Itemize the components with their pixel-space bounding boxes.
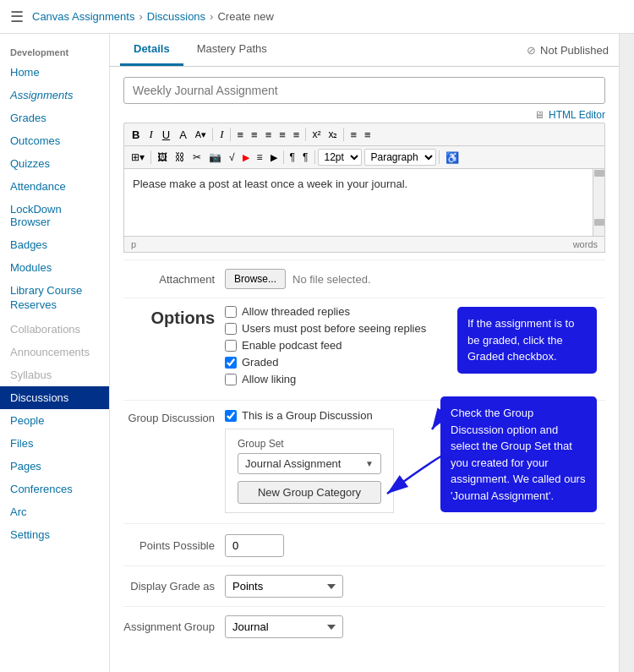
sidebar-item-conferences[interactable]: Conferences [0,478,109,500]
not-published-icon: ⊘ [527,44,536,57]
html-editor-btn[interactable]: HTML Editor [549,109,605,121]
tb-italic[interactable]: I [145,126,156,143]
group-set-label: Group Set [238,438,381,450]
checkbox-must-post-label: Users must post before seeing replies [242,322,426,335]
hamburger-icon[interactable]: ☰ [10,8,24,26]
group-discussion-checkbox[interactable] [225,410,237,422]
sidebar-item-quizzes[interactable]: Quizzes [0,152,109,175]
scroll-thumb-down [594,219,604,226]
sidebar-item-syllabus: Syllabus [0,363,109,386]
checkbox-podcast-input[interactable] [225,340,237,352]
tb-image[interactable]: 🖼 [154,150,171,165]
font-size-select[interactable]: 12pt10pt14pt18pt [318,149,362,166]
toolbar-row2: ⊞▾ 🖼 ⛓ ✂ 📷 √ ▶ ≡ ▶ ¶ ¶ 12pt10pt14pt18pt … [123,146,605,169]
tb-bold[interactable]: B [128,127,144,143]
tb-scissors[interactable]: ✂ [189,150,205,165]
callout2-text: Check the Group Discussion option and se… [451,407,585,502]
checkbox-threaded-label: Allow threaded replies [242,305,350,318]
tb-sep4 [343,128,344,141]
tb-link[interactable]: ⛓ [172,150,189,165]
tb-sep3 [305,128,306,141]
tb-para2[interactable]: ¶ [299,150,311,165]
assignment-group-label: Assignment Group [123,620,225,633]
tb-embed[interactable]: ≡ [254,150,266,165]
sidebar: Development Home Assignments Grades Outc… [0,34,110,672]
checkbox-graded-label: Graded [242,356,278,369]
display-grade-select[interactable]: Points Percentage Letter Grade GPA Scale… [225,575,343,598]
options-title: Options [150,309,215,327]
sidebar-item-people[interactable]: People [0,409,109,432]
tb-youtube[interactable]: ▶ [239,150,253,165]
sidebar-item-outcomes[interactable]: Outcomes [0,129,109,152]
tb-align-indent[interactable]: ≡ [290,127,303,143]
tb-italic2[interactable]: I [216,126,227,143]
group-discussion-row: Group Discussion This is a Group Discuss… [123,400,605,513]
assignment-group-select[interactable]: Journal Assignments Discussions [225,615,343,638]
paragraph-select[interactable]: ParagraphHeading 1Heading 2 [364,149,436,166]
tb-list-ul[interactable]: ≡ [347,127,360,143]
sidebar-item-assignments[interactable]: Assignments [0,84,109,107]
tb-align-left[interactable]: ≡ [233,127,247,143]
display-grade-label: Display Grade as [123,580,225,593]
checkbox-graded-input[interactable] [225,357,237,369]
group-set-select[interactable]: Journal Assignment ▼ [238,453,381,474]
sidebar-item-library[interactable]: Library Course Reserves [0,279,109,318]
word-count: words [573,239,598,249]
scroll-thumb-up [594,170,604,177]
tab-details[interactable]: Details [120,34,183,66]
tb-font-color-arrow[interactable]: A▾ [192,128,210,142]
tb-para[interactable]: ¶ [287,150,298,165]
breadcrumb-discussions[interactable]: Discussions [147,10,205,23]
sidebar-item-files[interactable]: Files [0,432,109,455]
tb-underline[interactable]: U [158,127,174,143]
checkbox-liking-input[interactable] [225,374,237,385]
sidebar-item-lockdown[interactable]: LockDown Browser [0,198,109,233]
attachment-label: Attachment [123,273,225,286]
tb-math[interactable]: √ [226,150,238,165]
group-set-value: Journal Assignment [245,457,341,470]
editor-bottom-bar: p words [123,237,605,253]
sidebar-item-settings[interactable]: Settings [0,523,109,546]
checkbox-must-post-input[interactable] [225,323,237,335]
no-file-label: No file selected. [292,273,371,286]
tb-table[interactable]: ⊞▾ [128,150,148,165]
breadcrumb-sep1: › [139,10,142,23]
tb-media[interactable]: ▶ [267,150,281,165]
editor-header: 🖥 HTML Editor [123,109,605,121]
editor-outer: Please make a post at least once a week … [123,169,605,237]
checkbox-threaded-input[interactable] [225,306,237,318]
group-set-chevron: ▼ [365,459,374,468]
sidebar-item-announcements: Announcements [0,341,109,363]
points-possible-input[interactable] [225,534,284,557]
editor-content[interactable]: Please make a post at least once a week … [124,169,604,228]
sidebar-item-badges[interactable]: Badges [0,233,109,256]
sidebar-item-attendance[interactable]: Attendance [0,175,109,198]
browse-button[interactable]: Browse... [225,269,286,289]
tab-mastery-paths[interactable]: Mastery Paths [183,34,281,66]
right-panel [619,34,634,672]
tb-align-center[interactable]: ≡ [248,127,261,143]
tb-accessibility[interactable]: ♿ [442,150,462,166]
breadcrumb-canvas[interactable]: Canvas Assignments [32,10,134,23]
breadcrumb-current: Create new [217,10,273,23]
sidebar-item-modules[interactable]: Modules [0,256,109,279]
tb-align-right[interactable]: ≡ [262,127,276,143]
title-input[interactable] [123,77,605,104]
tb-superscript[interactable]: x² [309,127,324,142]
tb-list-ol[interactable]: ≡ [361,127,374,143]
tabs: Details Mastery Paths [120,34,281,66]
new-group-category-btn[interactable]: New Group Category [238,481,381,504]
sidebar-item-grades[interactable]: Grades [0,107,109,129]
tb-photo[interactable]: 📷 [205,150,225,165]
editor-scrollbar[interactable] [593,169,604,236]
tb-align-justify[interactable]: ≡ [276,127,289,143]
sidebar-item-home[interactable]: Home [0,61,109,84]
tb-font-color[interactable]: A [175,127,191,143]
checkbox-liking: Allow liking [225,373,605,385]
publish-status[interactable]: ⊘ Not Published [527,44,609,57]
sidebar-item-discussions[interactable]: Discussions [0,386,109,409]
sidebar-item-pages[interactable]: Pages [0,455,109,478]
tb-subscript[interactable]: x₂ [325,127,341,142]
sidebar-item-arc[interactable]: Arc [0,500,109,523]
group-set-box: Group Set Journal Assignment ▼ New Group… [225,429,394,513]
